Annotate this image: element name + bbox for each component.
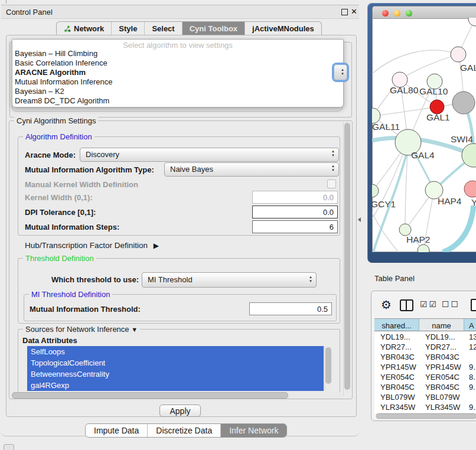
- deselect-all-checks-icon[interactable]: ☐☐: [442, 299, 460, 309]
- tab-network[interactable]: Network: [57, 22, 112, 36]
- table-row[interactable]: YER054C YER054C 8.: [374, 372, 476, 382]
- node-label: SWI4: [451, 134, 473, 144]
- node-salmon: [464, 181, 476, 197]
- document-icon[interactable]: [471, 299, 476, 311]
- dpi-tolerance-label: DPI Tolerance [0,1]:: [25, 208, 96, 217]
- node-hap2: [399, 224, 411, 236]
- mi-threshold-label: Mutual Information Threshold:: [30, 305, 141, 314]
- aracne-mode-combo[interactable]: Discovery ▲▼: [80, 148, 339, 162]
- float-window-icon[interactable]: [341, 9, 348, 15]
- manual-kernel-label: Manual Kernel Width Definition: [25, 180, 138, 189]
- table-row[interactable]: YDR27... YDR27... 12: [374, 342, 476, 352]
- algorithm-definition-title: Algorithm Definition: [23, 132, 94, 141]
- settings-group-title: Cyni Algorithm Settings: [14, 116, 98, 125]
- tab-cyni-toolbox[interactable]: Cyni Toolbox: [182, 22, 245, 36]
- mi-steps-field[interactable]: 6: [252, 220, 338, 233]
- mi-threshold-field[interactable]: 0.5: [249, 302, 332, 315]
- table-panel-title: Table Panel: [374, 274, 415, 283]
- algorithm-dropdown: Select algorithm to view settings Bayesi…: [12, 39, 344, 107]
- settings-vertical-scrollbar[interactable]: [343, 122, 351, 396]
- tab-jactivemnodules[interactable]: jActiveMNodules: [245, 22, 321, 36]
- algorithm-item-selected[interactable]: ARACNE Algorithm: [15, 68, 340, 77]
- tab-select[interactable]: Select: [145, 22, 182, 36]
- kernel-width-field[interactable]: 0.0: [252, 191, 338, 204]
- control-panel-title: Control Panel: [6, 8, 53, 17]
- algorithm-item[interactable]: Basic Correlation Inference: [15, 58, 340, 68]
- table-panel-box: ⚙ ☑☑ ☐☐ shared... name A YDL19... YDL19.…: [371, 291, 476, 421]
- node-label: HAP4: [438, 196, 462, 206]
- table-row[interactable]: YLR345W YLR345W 9.: [374, 402, 476, 412]
- collapsed-arrow-icon: ▶: [154, 242, 159, 250]
- node-label: GAL7: [460, 63, 476, 73]
- zoom-traffic-light[interactable]: [406, 10, 412, 17]
- column-header-a[interactable]: A: [464, 319, 476, 331]
- which-threshold-combo[interactable]: MI Threshold ▲▼: [142, 272, 317, 288]
- which-threshold-label: Which threshold to use:: [51, 275, 139, 284]
- screen: Control Panel ✕ Network Style Select Cyn…: [0, 0, 476, 450]
- network-canvas[interactable]: GAL7 GAL80 GAL10 GAL1 GAL11 SWI4 GAL4 GC…: [372, 18, 476, 252]
- node-table: shared... name A YDL19... YDL19... 13 YD…: [374, 318, 476, 418]
- manual-kernel-checkbox[interactable]: [327, 180, 336, 188]
- bottom-left-cut-button[interactable]: [4, 444, 14, 450]
- network-window-titlebar[interactable]: [373, 6, 476, 19]
- column-header-shared[interactable]: shared...: [374, 319, 419, 331]
- algorithm-item[interactable]: Mutual Information Inference: [15, 77, 340, 87]
- dpi-tolerance-field[interactable]: 0.0: [252, 206, 338, 219]
- aracne-mode-label: Aracne Mode:: [25, 151, 76, 159]
- table-horizontal-scrollbar[interactable]: [375, 413, 476, 419]
- algorithm-item[interactable]: Dream8 DC_TDC Algorithm: [15, 96, 340, 106]
- tab-infer-network[interactable]: Infer Network: [221, 424, 286, 437]
- top-left-tick: [6, 0, 6, 4]
- panel-divider-handle[interactable]: [356, 217, 361, 222]
- attribute-item[interactable]: gal4RGexp: [27, 380, 324, 391]
- table-row[interactable]: YBR043C YBR043C: [374, 352, 476, 362]
- expanded-arrow-icon: ▼: [131, 326, 138, 333]
- node-label: GAL80: [390, 85, 419, 95]
- column-header-name[interactable]: name: [419, 319, 464, 331]
- node-label: GAL4: [411, 150, 435, 160]
- data-attributes-list: SelfLoops TopologicalCoefficient Between…: [27, 346, 324, 391]
- table-row[interactable]: YPR145W YPR145W 9.: [374, 362, 476, 372]
- node-cut-top: [468, 18, 476, 26]
- table-row[interactable]: YDL19... YDL19... 13: [374, 332, 476, 342]
- algorithm-dropdown-prompt: Select algorithm to view settings: [12, 41, 343, 50]
- node-label: Y: [471, 197, 476, 207]
- mi-type-combo[interactable]: Naive Bayes ▲▼: [164, 162, 339, 177]
- select-all-checks-icon[interactable]: ☑☑: [420, 299, 438, 309]
- node-label: HAP2: [406, 234, 431, 244]
- node-label: GCY1: [372, 199, 396, 209]
- node-gray: [452, 92, 475, 114]
- control-panel-titlebar[interactable]: Control Panel ✕: [1, 5, 359, 19]
- attribute-item[interactable]: BetweennessCentrality: [27, 369, 324, 380]
- attributes-vertical-scrollbar[interactable]: [324, 346, 332, 391]
- algorithm-combo-arrow[interactable]: ▲▼: [334, 64, 347, 80]
- tab-discretize-data[interactable]: Discretize Data: [148, 424, 221, 437]
- mi-threshold-definition-title: MI Threshold Definition: [29, 290, 112, 299]
- settings-horizontal-scrollbar[interactable]: [11, 392, 341, 399]
- table-row[interactable]: YBL079W YBL079W: [374, 392, 476, 402]
- gear-icon[interactable]: ⚙: [381, 298, 392, 312]
- hub-definition-toggle[interactable]: Hub/Transcription Factor Definition ▶: [25, 241, 159, 250]
- node-gal7: [451, 47, 466, 62]
- apply-button[interactable]: Apply: [159, 405, 201, 417]
- control-panel-window: Control Panel ✕ Network Style Select Cyn…: [1, 5, 359, 436]
- minimize-traffic-light[interactable]: [394, 10, 400, 17]
- node-label: GAL11: [372, 122, 400, 132]
- bottom-tabbar: Impute Data Discretize Data Infer Networ…: [85, 423, 287, 438]
- close-icon[interactable]: ✕: [351, 7, 357, 16]
- node-label: GAL10: [419, 86, 448, 96]
- tab-style[interactable]: Style: [112, 22, 145, 36]
- table-row[interactable]: YBR045C YBR045C 9.: [374, 382, 476, 392]
- columns-icon[interactable]: [400, 299, 413, 311]
- node-label: GAL1: [426, 112, 450, 122]
- attribute-item[interactable]: SelfLoops: [27, 346, 324, 357]
- tab-impute-data[interactable]: Impute Data: [86, 424, 148, 437]
- network-node-labels: GAL7 GAL80 GAL10 GAL1 GAL11 SWI4 GAL4 GC…: [372, 63, 476, 244]
- close-traffic-light[interactable]: [382, 10, 389, 17]
- mi-steps-label: Mutual Information Steps:: [25, 223, 119, 231]
- network-tab-icon: [64, 25, 71, 34]
- algorithm-item[interactable]: Bayesian – K2: [15, 87, 340, 96]
- attribute-item[interactable]: TopologicalCoefficient: [27, 357, 324, 369]
- sources-group-title[interactable]: Sources for Network Inference ▼: [23, 325, 140, 334]
- algorithm-item[interactable]: Bayesian – Hill Climbing: [15, 49, 340, 58]
